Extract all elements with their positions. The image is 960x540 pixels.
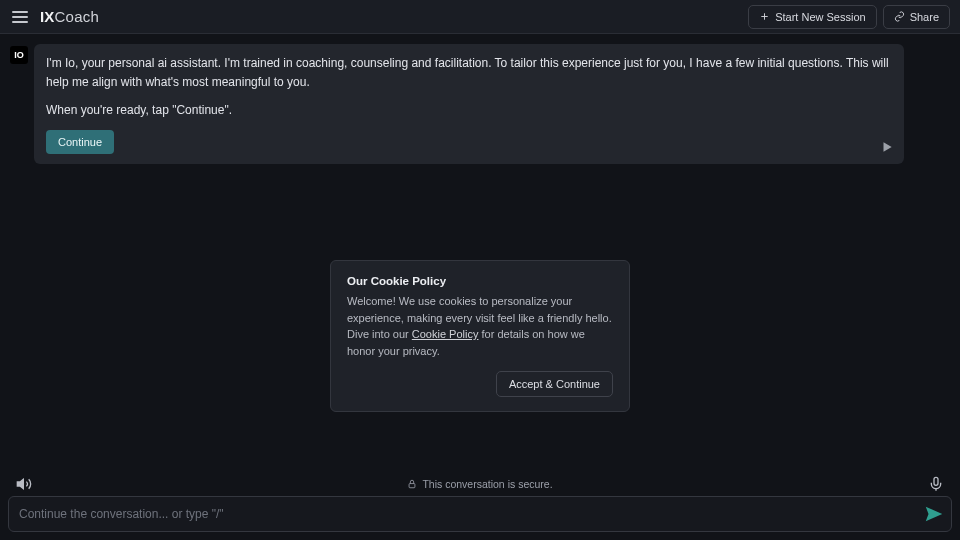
svg-marker-2	[884, 142, 892, 151]
cookie-policy-link[interactable]: Cookie Policy	[412, 328, 479, 340]
play-icon[interactable]	[880, 140, 894, 154]
cookie-body: Welcome! We use cookies to personalize y…	[347, 293, 613, 359]
message-input[interactable]	[19, 501, 923, 527]
logo-bold: IX	[40, 8, 55, 25]
mic-icon[interactable]	[928, 476, 944, 492]
assistant-avatar: IO	[10, 46, 28, 64]
cookie-title: Our Cookie Policy	[347, 275, 613, 287]
chat-area: IO I'm Io, your personal ai assistant. I…	[0, 34, 960, 474]
secure-row: This conversation is secure.	[8, 474, 952, 496]
assistant-paragraph-2: When you're ready, tap "Continue".	[46, 101, 892, 120]
share-button[interactable]: Share	[883, 5, 950, 29]
start-new-session-button[interactable]: Start New Session	[748, 5, 876, 29]
share-label: Share	[910, 11, 939, 23]
lock-icon	[407, 479, 417, 489]
message-input-row	[8, 496, 952, 532]
assistant-message-bubble: I'm Io, your personal ai assistant. I'm …	[34, 44, 904, 164]
start-new-session-label: Start New Session	[775, 11, 865, 23]
svg-rect-5	[934, 477, 938, 485]
assistant-paragraph-1: I'm Io, your personal ai assistant. I'm …	[46, 54, 892, 91]
app-logo: IXCoach	[40, 8, 99, 25]
svg-marker-3	[17, 479, 23, 488]
accept-cookies-button[interactable]: Accept & Continue	[496, 371, 613, 397]
link-icon	[894, 11, 905, 22]
speaker-icon[interactable]	[16, 476, 32, 492]
app-header: IXCoach Start New Session Share	[0, 0, 960, 34]
assistant-message-row: IO I'm Io, your personal ai assistant. I…	[0, 34, 960, 164]
menu-icon[interactable]	[10, 7, 30, 27]
continue-button[interactable]: Continue	[46, 130, 114, 154]
secure-text: This conversation is secure.	[422, 478, 552, 490]
plus-icon	[759, 11, 770, 22]
cookie-policy-modal: Our Cookie Policy Welcome! We use cookie…	[330, 260, 630, 412]
send-button[interactable]	[923, 503, 945, 525]
logo-light: Coach	[55, 8, 99, 25]
svg-rect-4	[410, 484, 416, 488]
footer: This conversation is secure.	[0, 474, 960, 540]
